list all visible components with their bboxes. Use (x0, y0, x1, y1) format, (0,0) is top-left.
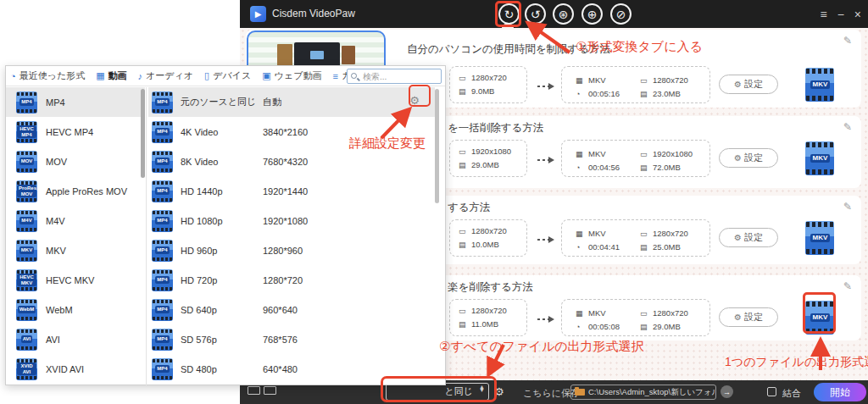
source-size: 10.0MB (471, 240, 499, 249)
window-controls: ≡ − × (820, 0, 861, 28)
output-size: 72.0MB (653, 163, 681, 172)
preset-label: HD 1080p (181, 216, 255, 226)
output-info-box: ▦MKV ▭1280x720 ◔00:05:16 ▤23.0MB (561, 66, 710, 103)
format-item[interactable]: MOV MOV (6, 147, 145, 176)
format-label: WebM (46, 305, 73, 315)
row-settings-button[interactable]: ⚙ 設定 (719, 228, 778, 247)
format-item[interactable]: AVI AVI (6, 324, 145, 354)
preset-resolution: 7680*4320 (263, 157, 308, 167)
popup-tab-icon: ▦ (96, 70, 104, 81)
preset-item[interactable]: MP4 SD 640p 960*640 ⚙ (148, 295, 435, 324)
row-format-badge: MKV (810, 234, 830, 243)
source-info-box: ▭1280x720 ▤11.0MB (449, 299, 527, 336)
output-duration: 00:04:56 (588, 163, 620, 172)
preset-item[interactable]: MP4 HD 960p 1280*960 ⚙ (148, 235, 435, 265)
close-icon[interactable]: × (854, 8, 861, 21)
row-output-format-icon[interactable]: MKV (805, 68, 834, 102)
format-icon: ▦ (576, 76, 586, 85)
search-input[interactable] (361, 70, 439, 82)
save-path-field[interactable]: C:\Users\Admin_sktop\新しいフォルダー (570, 385, 716, 400)
output-format: MKV (588, 308, 606, 318)
minimize-icon[interactable]: − (837, 8, 844, 21)
row-settings-button[interactable]: ⚙ 設定 (719, 307, 778, 327)
rename-pencil-icon[interactable]: ✎ (843, 201, 852, 213)
display-icon: ▭ (459, 74, 469, 82)
display-icon: ▭ (640, 309, 650, 318)
display-icon: ▭ (459, 227, 469, 235)
format-label: MKV (46, 246, 66, 256)
toolbar-tab-icon[interactable]: ⊘ (610, 3, 632, 25)
row-output-format-icon[interactable]: MKV (805, 141, 834, 175)
preset-label: 元のソースと同じ (181, 96, 255, 108)
format-item[interactable]: MP4 MP4 (6, 87, 145, 117)
format-item[interactable]: WebM WebM (6, 295, 145, 324)
format-item[interactable]: HEVC MKV HEVC MKV (6, 265, 145, 295)
preset-item[interactable]: MP4 元のソースと同じ 自動 ⚙ (148, 87, 435, 117)
source-resolution: 1920x1080 (471, 147, 511, 156)
popup-tab[interactable]: ♪ オーディオ (138, 69, 194, 82)
preset-resolution: 640*480 (263, 364, 298, 374)
size-icon: ▤ (640, 243, 650, 252)
popup-tab[interactable]: ▯ デバイス (204, 69, 251, 82)
popup-tab[interactable]: ▦ 動画 (96, 69, 126, 82)
rename-pencil-icon[interactable]: ✎ (843, 35, 852, 47)
format-item[interactable]: ProRes MOV Apple ProRes MOV (6, 176, 145, 206)
row-settings-button[interactable]: ⚙ 設定 (719, 75, 778, 94)
merge-checkbox[interactable] (767, 387, 776, 396)
format-icon: ▦ (576, 230, 586, 238)
titlebar: ▶ Cisdem VideoPaw ↻ ↺ ⊛ ⊕ ⊘ ≡ − × (240, 0, 868, 28)
toolbar-tab-glyph: ⊘ (616, 8, 626, 20)
app-title: Cisdem VideoPaw (272, 8, 355, 19)
preset-label: 4K Video (181, 127, 255, 137)
open-folder-icon[interactable]: → (721, 385, 733, 398)
toolbar-tab-icon[interactable]: ⊛ (553, 3, 574, 25)
menu-icon[interactable]: ≡ (820, 8, 826, 21)
add-folder-icon[interactable] (264, 386, 276, 395)
source-info-box: ▭1280x720 ▤9.0MB (449, 66, 527, 103)
format-label: HEVC MP4 (46, 127, 93, 137)
format-item[interactable]: HEVC MP4 HEVC MP4 (6, 117, 145, 147)
toolbar-tab-glyph: ⊕ (587, 8, 598, 20)
format-list-scrollbar[interactable] (141, 89, 145, 178)
preset-film-icon: MP4 (152, 210, 173, 232)
start-button[interactable]: 開始 (814, 383, 866, 401)
toolbar-tab-glyph: ↺ (531, 8, 541, 20)
popup-tab-label: デバイス (213, 69, 251, 82)
popup-tab-icon: ≡ (332, 71, 337, 81)
preset-label: HD 1440p (181, 186, 255, 196)
settings-label: 設定 (744, 78, 763, 91)
popup-tab[interactable]: ◔ 最近使った形式 (10, 69, 85, 82)
preset-resolution: 960*640 (263, 305, 298, 315)
format-film-icon: M4V (16, 210, 37, 232)
clock-icon: ◔ (576, 243, 586, 252)
format-item[interactable]: XVID AVI XVID AVI (6, 354, 145, 384)
file-title: する方法 (448, 201, 491, 215)
preset-film-icon: MP4 (152, 358, 173, 380)
preset-resolution: 1920*1080 (263, 216, 308, 226)
preset-item[interactable]: MP4 HD 1080p 1920*1080 ⚙ (148, 206, 435, 235)
format-film-icon: MOV (16, 151, 37, 173)
preset-list-scrollbar[interactable] (435, 89, 439, 203)
popup-tab-icon: ♪ (138, 71, 143, 81)
toolbar-tab-icon[interactable]: ↺ (525, 3, 546, 25)
display-icon: ▭ (640, 150, 650, 158)
preset-item[interactable]: MP4 SD 576p 768*576 ⚙ (148, 324, 435, 354)
output-duration: 00:04:41 (588, 242, 620, 252)
toolbar-tab-icon[interactable]: ⊕ (581, 3, 603, 25)
format-item[interactable]: M4V M4V (6, 206, 145, 235)
row-output-format-icon[interactable]: MKV (805, 221, 834, 255)
popup-tab[interactable]: ▣ ウェブ動画 (262, 69, 321, 82)
preset-film-icon: MP4 (152, 240, 173, 262)
add-file-icon[interactable] (248, 386, 260, 395)
output-size: 23.0MB (653, 89, 681, 98)
column-divider (146, 87, 147, 385)
format-item[interactable]: MKV MKV (6, 235, 145, 265)
rename-pencil-icon[interactable]: ✎ (843, 121, 852, 133)
preset-item[interactable]: MP4 HD 1440p 1920*1440 ⚙ (148, 176, 435, 206)
rename-pencil-icon[interactable]: ✎ (843, 280, 852, 292)
popup-lists: MP4 MP4 HEVC MP4 HEVC MP4 MOV MOV ProRes… (6, 87, 445, 385)
preset-film-icon: MP4 (152, 329, 173, 351)
preset-item[interactable]: MP4 HD 720p 1280*720 ⚙ (148, 265, 435, 295)
row-settings-button[interactable]: ⚙ 設定 (719, 148, 778, 168)
output-size: 25.0MB (653, 242, 681, 252)
